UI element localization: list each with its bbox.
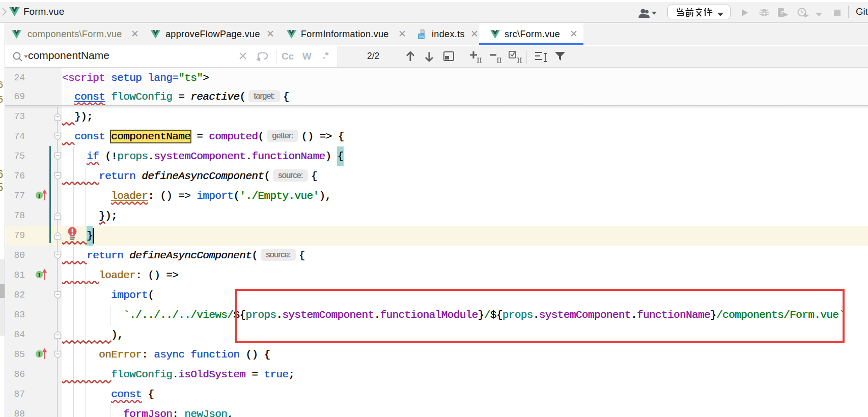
svg-text:I: I [38,271,40,279]
svg-text:I: I [38,192,40,199]
svg-text:I: I [38,350,40,358]
svg-text:TS: TS [418,35,424,39]
